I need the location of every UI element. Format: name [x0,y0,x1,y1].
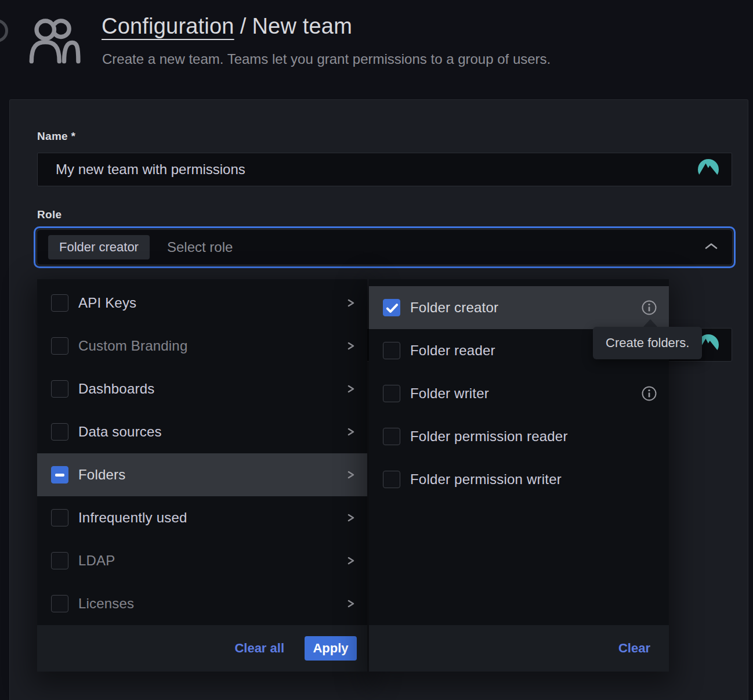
chevron-right-icon [346,554,356,568]
role-label-text: Folder permission reader [410,428,568,445]
info-icon[interactable] [641,385,657,402]
category-row[interactable]: Data sources [37,410,367,453]
role-menu-footer: Clear [369,625,669,672]
role-row[interactable]: Folder permission reader [369,415,669,458]
role-row[interactable]: Folder creator [369,286,669,329]
new-team-screen: Configuration/New team Create a new team… [0,0,753,700]
category-checkbox[interactable] [51,337,68,355]
category-row[interactable]: LDAP [37,539,367,582]
category-checkbox[interactable] [51,294,68,312]
tooltip-arrow [643,319,657,327]
team-name-input[interactable] [38,153,732,186]
role-select[interactable]: Folder creator Select role [37,229,733,265]
category-label: Infrequently used [78,510,187,526]
page-subtitle: Create a new team. Teams let you grant p… [102,51,551,67]
category-checkbox[interactable] [51,509,68,526]
mountain-extension-icon[interactable] [698,159,719,180]
users-icon [27,12,81,67]
chevron-right-icon [346,296,356,310]
category-label: Data sources [78,424,162,440]
category-row[interactable]: Dashboards [37,367,367,410]
category-checkbox[interactable] [51,423,68,441]
role-select-focus-ring: Folder creator Select role [34,226,736,268]
clear-all-button[interactable]: Clear all [234,641,284,656]
breadcrumb-configuration-link[interactable]: Configuration [102,14,234,38]
category-row[interactable]: Infrequently used [37,496,367,539]
page-title: Configuration/New team [102,14,352,39]
apply-button[interactable]: Apply [305,636,357,661]
name-field-wrapper [37,153,732,186]
chevron-right-icon [346,597,356,611]
chevron-up-icon [704,242,718,252]
category-label: Licenses [78,596,134,612]
role-select-placeholder: Select role [167,239,233,255]
category-checkbox[interactable] [51,595,68,612]
chevron-right-icon [346,339,356,353]
role-picker-roles: Folder creator Folder reader [369,279,669,501]
category-row[interactable]: Custom Branding [37,324,367,367]
role-label-text: Folder permission writer [410,471,562,488]
name-label: Name * [37,130,75,143]
chevron-right-icon [346,425,356,439]
role-checkbox[interactable] [383,471,400,488]
breadcrumb-separator: / [240,14,247,38]
category-label: LDAP [78,553,115,569]
clear-button[interactable]: Clear [618,641,650,656]
cutoff-circle-artifact [0,19,8,42]
breadcrumb-current: New team [252,14,352,38]
category-row[interactable]: Folders [37,453,367,496]
role-checkbox[interactable] [383,342,400,359]
role-label-text: Folder reader [410,342,495,359]
selected-role-chip[interactable]: Folder creator [48,235,150,259]
category-menu-footer: Clear all Apply [37,625,367,672]
role-row[interactable]: Folder writer [369,372,669,415]
category-row[interactable]: API Keys [37,282,367,324]
role-checkbox[interactable] [383,385,400,402]
category-checkbox[interactable] [51,380,68,398]
category-label: Custom Branding [78,338,187,354]
category-label: Dashboards [78,381,154,397]
category-checkbox[interactable] [51,552,68,569]
role-label-text: Folder creator [410,300,498,316]
chevron-right-icon [346,382,356,396]
tooltip: Create folders. [593,327,702,359]
category-label: Folders [78,467,125,483]
role-picker-category-menu: API Keys Custom Branding Dashboards Data… [37,279,367,672]
role-label: Role [37,208,61,221]
category-checkbox[interactable] [51,466,68,483]
role-row[interactable]: Folder permission writer [369,458,669,501]
chevron-right-icon [346,468,356,482]
category-label: API Keys [78,295,136,311]
role-label-text: Folder writer [410,385,489,402]
category-row[interactable]: Licenses [37,582,367,625]
role-checkbox[interactable] [383,299,400,316]
info-icon[interactable] [641,300,657,316]
role-checkbox[interactable] [383,428,400,445]
role-picker-categories: API Keys Custom Branding Dashboards Data… [37,279,367,625]
chevron-right-icon [346,511,356,525]
